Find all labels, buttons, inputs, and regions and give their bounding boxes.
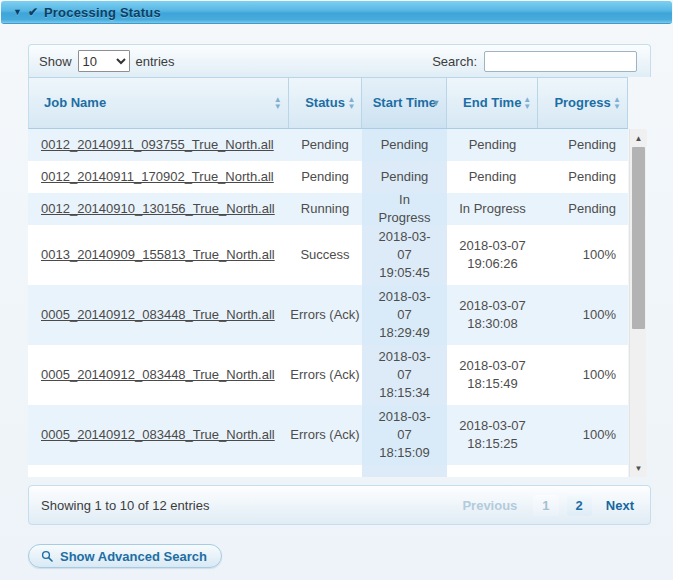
status-cell: Pending [288,161,362,193]
table-footer: Showing 1 to 10 of 12 entries Previous 1… [28,485,651,525]
column-header-job-name[interactable]: Job Name ▲▼ [29,78,289,128]
scrollbar-thumb[interactable] [632,147,645,329]
status-cell: Errors (Ack) [288,345,362,405]
vertical-scrollbar[interactable]: ▲ ▼ [629,129,646,477]
progress-cell: Pending [538,161,628,193]
scroll-down-arrow-icon[interactable]: ▼ [630,460,647,476]
table-row: 0012_20140911_170902_True_North.all Pend… [28,161,628,193]
pagination: Previous 1 2 Next [454,495,640,516]
table-row: 0005_20140912_083448_True_North.all Erro… [28,405,628,465]
progress-cell: 100% [538,405,628,465]
pagination-page-1-button[interactable]: 1 [533,495,558,516]
start-time-cell: 2018-03-07 18:29:49 [362,285,447,345]
table-row: 0013_20140909_155813_True_North.all Succ… [28,225,628,285]
sort-icon[interactable]: ▲▼ [613,96,621,110]
end-time-cell: Pending [447,161,538,193]
table-header-row: Job Name ▲▼ Status ▲▼ Start Time ▼ End T… [28,77,628,129]
table-toolbar: Show 10 entries Search: [28,44,651,77]
table-scroll-area: 0012_20140911_093755_True_North.all Pend… [28,129,646,477]
job-link[interactable]: 0013_20140909_155813_True_North.all [41,246,275,264]
table-row: 0005_20140912_083448_True_North.all Erro… [28,345,628,405]
sort-icon[interactable]: ▲▼ [523,96,531,110]
page-size-select[interactable]: 10 [78,50,130,72]
table-row: 0012_20140910_130156_True_North.all Runn… [28,193,628,225]
column-header-progress[interactable]: Progress ▲▼ [538,78,628,128]
progress-cell: 100% [538,345,628,405]
end-time-cell: 2018-03-07 18:30:08 [447,285,538,345]
sort-icon[interactable]: ▲▼ [348,96,356,110]
job-link[interactable]: 0005_20140912_083448_True_North.all [41,426,275,444]
start-time-cell: Pending [362,161,447,193]
status-cell: Running [288,193,362,225]
pagination-previous-button[interactable]: Previous [454,495,525,516]
show-label: Show [39,54,72,69]
start-time-cell: In Progress [362,193,447,225]
show-entries-control: Show 10 entries [39,50,175,72]
showing-entries-info: Showing 1 to 10 of 12 entries [41,498,209,513]
magnifier-icon [41,550,53,562]
end-time-cell: 2018-03-07 18:15:25 [447,405,538,465]
column-header-status[interactable]: Status ▲▼ [289,78,363,128]
end-time-cell: Pending [447,129,538,161]
search-control: Search: [432,51,637,72]
sort-icon[interactable]: ▲▼ [274,96,282,110]
start-time-cell: 2018-03-07 19:05:45 [362,225,447,285]
job-link[interactable]: 0012_20140910_130156_True_North.all [41,200,275,218]
panel-content: Show 10 entries Search: Job Name ▲▼ Stat… [0,24,673,525]
collapse-caret-icon[interactable]: ▼ [13,7,22,17]
panel-title: Processing Status [44,5,161,20]
job-link[interactable]: 0005_20140912_083448_True_North.all [41,306,275,324]
job-link[interactable]: 0012_20140911_170902_True_North.all [41,168,274,186]
search-label: Search: [432,54,477,69]
advanced-search-label: Show Advanced Search [60,549,207,564]
status-cell: Success [288,225,362,285]
status-cell: Errors (Ack) [288,285,362,345]
table-row: 0005_20140912_083448_True_North.all Erro… [28,285,628,345]
show-advanced-search-button[interactable]: Show Advanced Search [28,544,222,568]
status-cell: Errors (Ack) [288,405,362,465]
progress-cell: 100% [538,225,628,285]
column-header-end-time[interactable]: End Time ▲▼ [447,78,538,128]
status-cell: Pending [288,129,362,161]
pagination-page-2-button[interactable]: 2 [567,495,592,516]
search-input[interactable] [484,51,637,72]
start-time-cell: 2018-03-07 18:15:34 [362,345,447,405]
end-time-cell: In Progress [447,193,538,225]
scroll-up-arrow-icon[interactable]: ▲ [630,130,647,146]
pagination-next-button[interactable]: Next [600,495,640,516]
column-header-start-time[interactable]: Start Time ▼ [362,78,447,128]
job-link[interactable]: 0012_20140911_093755_True_North.all [41,136,274,154]
progress-cell: 100% [538,285,628,345]
progress-cell: Pending [538,129,628,161]
progress-cell: Pending [538,193,628,225]
end-time-cell: 2018-03-07 18:15:49 [447,345,538,405]
end-time-cell: 2018-03-07 19:06:26 [447,225,538,285]
table-row-clipped [28,465,628,477]
start-time-cell: Pending [362,129,447,161]
start-time-cell: 2018-03-07 18:15:09 [362,405,447,465]
job-link[interactable]: 0005_20140912_083448_True_North.all [41,366,275,384]
table-body: 0012_20140911_093755_True_North.all Pend… [28,129,628,477]
sort-descending-icon[interactable]: ▼ [431,99,440,108]
panel-titlebar[interactable]: ▼ ✔ Processing Status [1,1,672,24]
entries-label: entries [136,54,175,69]
check-icon: ✔ [28,5,38,19]
table-row: 0012_20140911_093755_True_North.all Pend… [28,129,628,161]
